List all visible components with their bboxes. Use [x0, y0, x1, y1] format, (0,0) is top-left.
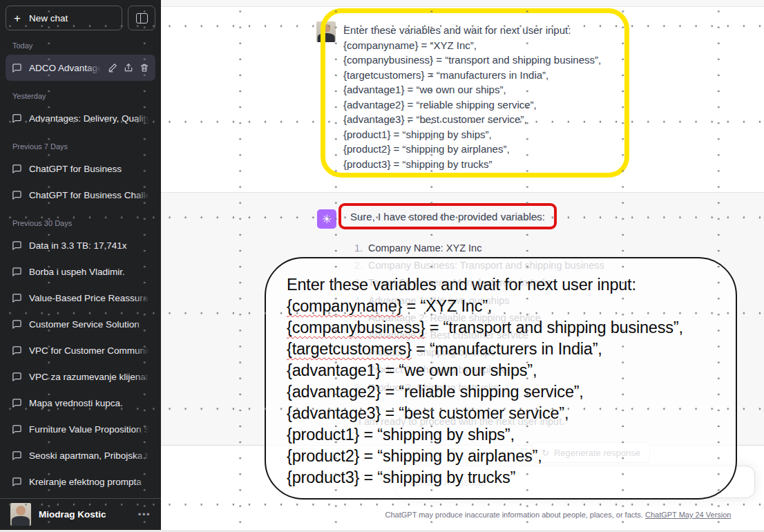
new-chat-label: New chat: [29, 13, 68, 23]
section-label: Yesterday: [12, 92, 149, 100]
sidebar-chat-item[interactable]: ADCO Advantages fo: [6, 55, 155, 81]
sidebar-chat-item[interactable]: Seoski apartman, Pribojska ba: [6, 442, 155, 468]
chat-bubble-icon: [12, 450, 22, 461]
sidebar-chat-item[interactable]: Kreiranje efektnog prompta: [6, 468, 155, 495]
callout-text: Enter these variables and wait for next …: [266, 258, 736, 488]
footer-disclaimer: ChatGPT may produce inaccurate informati…: [354, 511, 762, 519]
sidebar-chat-item[interactable]: Borba i uspeh Vladimir.: [6, 258, 155, 285]
section-items: ChatGPT for Business ChatGPT for Busines…: [6, 155, 155, 208]
chat-item-label: Kreiranje efektnog prompta: [29, 477, 149, 487]
user-message-line: {companybusiness} = “transport and shipp…: [343, 53, 654, 68]
sidebar-chat-item[interactable]: ChatGPT for Business Challen: [6, 182, 155, 208]
delete-icon[interactable]: [140, 63, 149, 73]
chat-bubble-icon: [12, 267, 22, 277]
sidebar-chat-item[interactable]: VPC za razumevanje klijenata: [6, 363, 155, 390]
edit-icon[interactable]: [108, 63, 117, 73]
chat-bubble-icon: [12, 319, 22, 330]
user-name: Miodrag Kostic: [39, 509, 131, 520]
section-label: Previous 30 Days: [12, 219, 149, 227]
chat-item-label: ChatGPT for Business: [29, 164, 149, 174]
callout-line: {companybusiness} = “transport and shipp…: [287, 317, 723, 339]
callout-line: {advantage1} = “we own our ships”,: [287, 360, 723, 381]
previous-message-edge: [161, 0, 764, 7]
chat-item-label: Seoski apartman, Pribojska ba: [29, 450, 149, 461]
sidebar-section-today: Today ADCO Advantages fo: [6, 41, 155, 81]
chat-bubble-icon: [12, 113, 22, 124]
sidebar-chat-item[interactable]: Data in 3.3 TB: 17,741x: [6, 232, 155, 258]
callout-line: {companyname} = “XYZ Inc”,: [287, 296, 723, 317]
chat-item-label: Customer Service Solution: [29, 319, 149, 330]
chat-bubble-icon: [12, 240, 22, 251]
sidebar-chat-item[interactable]: Advantages: Delivery, Quality,: [6, 105, 155, 131]
callout-line: Enter these variables and wait for next …: [287, 274, 723, 296]
chat-item-label: Advantages: Delivery, Quality,: [29, 113, 149, 124]
callout-line: {product1} = “shipping by ships”,: [287, 424, 723, 446]
chat-item-label: Mapa vrednosti kupca.: [29, 398, 149, 408]
chat-bubble-icon: [12, 345, 22, 356]
callout-line: {product3} = “shipping by trucks”: [287, 467, 723, 488]
callout-line: {advantage2} = “reliable shipping servic…: [287, 381, 723, 403]
chat-item-label: Borba i uspeh Vladimir.: [29, 267, 149, 277]
section-label: Today: [12, 41, 149, 50]
sidebar: + New chat Today ADCO Advantages fo: [0, 0, 161, 532]
chatgpt-screenshot-slide: + New chat Today ADCO Advantages fo: [0, 0, 764, 532]
sidebar-chat-item[interactable]: ChatGPT for Business: [6, 155, 155, 182]
chat-bubble-icon: [12, 164, 22, 174]
sidebar-chat-item[interactable]: Customer Service Solution: [6, 311, 155, 337]
user-avatar: [10, 503, 31, 526]
user-message-line: {companyname} = “XYZ Inc”,: [343, 38, 654, 53]
chat-item-label: Furniture Value Proposition Se: [29, 424, 149, 435]
chat-item-label: ADCO Advantages fo: [29, 63, 101, 73]
version-link[interactable]: ChatGPT May 24 Version: [645, 511, 732, 519]
options-icon[interactable]: •••: [138, 509, 151, 520]
sidebar-chat-item[interactable]: Mapa vrednosti kupca.: [6, 390, 155, 416]
list-item: 1.Company Name: XYZ Inc: [349, 240, 736, 257]
red-highlight-annotation: Sure, I have stored the provided variabl…: [338, 203, 557, 229]
user-message-line: {advantage1} = “we own our ships”,: [343, 82, 654, 97]
chat-bubble-icon: [12, 398, 22, 408]
user-message: Enter these variables and wait for next …: [343, 23, 654, 171]
chat-bubble-icon: [12, 424, 22, 435]
chat-item-actions: [108, 63, 149, 73]
chat-bubble-icon: [12, 293, 22, 303]
sidebar-header: + New chat: [6, 6, 155, 30]
chat-bubble-icon: [12, 372, 22, 382]
section-label: Previous 7 Days: [12, 142, 149, 151]
sidebar-chat-item[interactable]: Value-Based Price Reassuranc: [6, 285, 155, 311]
user-message-line: {product1} = “shipping by ships”,: [343, 127, 654, 142]
disclaimer-text: ChatGPT may produce inaccurate informati…: [385, 511, 643, 519]
user-message-line: {advantage2} = “reliable shipping servic…: [343, 97, 654, 113]
callout-line: {advantage3} = “best customer service”,: [287, 403, 723, 424]
callout-bubble-annotation: Enter these variables and wait for next …: [265, 257, 737, 500]
sidebar-section-previous-30-days: Previous 30 Days Data in 3.3 TB: 17,741x…: [6, 219, 155, 495]
share-icon[interactable]: [124, 63, 133, 73]
chat-bubble-icon: [12, 63, 22, 73]
user-message-line: {advantage3} = “best customer service”,: [343, 112, 654, 127]
chat-item-label: Data in 3.3 TB: 17,741x: [29, 240, 149, 251]
user-menu[interactable]: Miodrag Kostic •••: [0, 498, 161, 530]
user-message-line: {targetcustomers} = “manufacturers in In…: [343, 68, 654, 83]
user-message-line: {product2} = “shipping by airplanes”,: [343, 142, 654, 157]
chat-item-label: VPC for Customer Communica: [29, 345, 149, 356]
callout-line: {targetcustomers} = “manufacturers in In…: [287, 339, 723, 360]
sidebar-section-previous-7-days: Previous 7 Days ChatGPT for Business Cha…: [6, 142, 155, 208]
collapse-sidebar-button[interactable]: [128, 6, 155, 30]
chat-item-label: Value-Based Price Reassuranc: [29, 293, 149, 303]
assistant-intro-text: Sure, I have stored the provided variabl…: [350, 211, 545, 222]
user-message-line: Enter these variables and wait for next …: [343, 23, 654, 38]
new-chat-button[interactable]: + New chat: [6, 6, 122, 30]
section-items: Data in 3.3 TB: 17,741x Borba i uspeh Vl…: [6, 232, 155, 495]
chatgpt-logo-icon: ✳: [317, 209, 336, 229]
sidebar-chat-item[interactable]: Furniture Value Proposition Se: [6, 416, 155, 442]
user-message-line: {product3} = “shipping by trucks”: [343, 157, 654, 172]
plus-icon: +: [14, 12, 21, 24]
sidebar-chat-item[interactable]: VPC for Customer Communica: [6, 337, 155, 363]
chat-bubble-icon: [12, 190, 22, 200]
chat-item-label: VPC za razumevanje klijenata: [29, 372, 149, 382]
user-message-avatar: [316, 21, 336, 42]
chat-bubble-icon: [12, 477, 22, 487]
section-items: Advantages: Delivery, Quality,: [6, 105, 155, 131]
section-items: ADCO Advantages fo: [6, 55, 155, 81]
chat-item-label: ChatGPT for Business Challen: [29, 190, 149, 200]
sidebar-toggle-icon: [136, 13, 148, 23]
